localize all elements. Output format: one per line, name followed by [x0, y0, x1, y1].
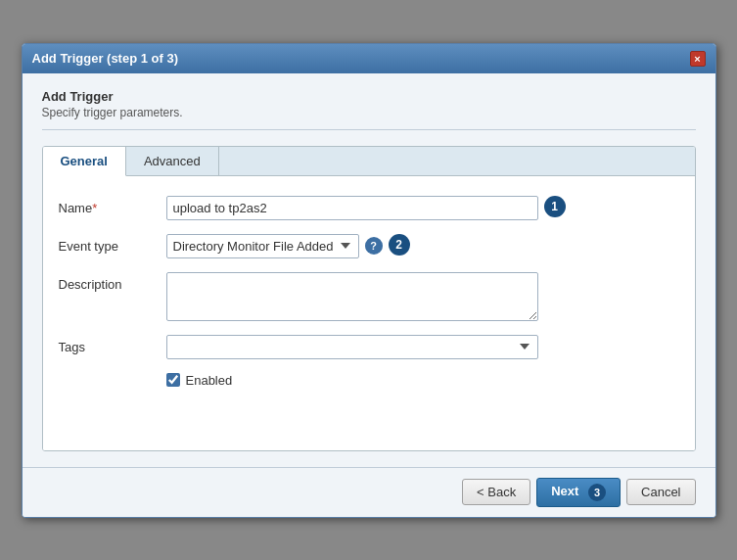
- event-type-select[interactable]: Directory Monitor File AddedFTP File Add…: [166, 234, 359, 258]
- dialog-footer: < Back Next 3 Cancel: [23, 467, 715, 517]
- description-input[interactable]: [166, 272, 538, 321]
- tags-row: Tags: [59, 335, 679, 359]
- event-type-label: Event type: [59, 234, 166, 254]
- back-button[interactable]: < Back: [462, 479, 530, 505]
- section-header: Add Trigger Specify trigger parameters.: [42, 89, 696, 130]
- name-input[interactable]: [166, 196, 538, 220]
- tab-advanced[interactable]: Advanced: [126, 147, 219, 175]
- enabled-checkbox[interactable]: [166, 373, 180, 387]
- description-row: Description: [59, 272, 679, 321]
- tags-label: Tags: [59, 335, 166, 354]
- enabled-label: Enabled: [186, 373, 233, 388]
- name-label: Name*: [59, 196, 166, 215]
- cancel-button[interactable]: Cancel: [626, 479, 695, 505]
- tab-container: General Advanced Name* 1 Event type: [42, 146, 696, 451]
- tab-general-content: Name* 1 Event type Directory Monitor Fil…: [43, 176, 695, 450]
- event-type-row: Event type Directory Monitor File AddedF…: [59, 234, 679, 258]
- dialog-title-bar: Add Trigger (step 1 of 3) ×: [23, 44, 715, 73]
- next-button[interactable]: Next 3: [536, 478, 621, 507]
- tags-select[interactable]: [166, 335, 538, 359]
- name-step-badge: 1: [544, 196, 566, 217]
- required-star: *: [92, 201, 97, 215]
- section-title: Add Trigger: [42, 89, 696, 104]
- tab-bar: General Advanced: [43, 147, 695, 176]
- enabled-row: Enabled: [59, 373, 679, 388]
- dialog-body: Add Trigger Specify trigger parameters. …: [23, 73, 715, 467]
- dialog-title: Add Trigger (step 1 of 3): [32, 51, 179, 66]
- section-subtitle: Specify trigger parameters.: [42, 106, 696, 119]
- close-button[interactable]: ×: [690, 51, 706, 67]
- name-row: Name* 1: [59, 196, 679, 220]
- event-type-select-wrapper: Directory Monitor File AddedFTP File Add…: [166, 234, 383, 258]
- event-type-step-badge: 2: [389, 234, 410, 256]
- next-step-badge: 3: [588, 484, 606, 501]
- description-label: Description: [59, 272, 166, 292]
- help-icon[interactable]: ?: [365, 237, 383, 255]
- add-trigger-dialog: Add Trigger (step 1 of 3) × Add Trigger …: [22, 43, 716, 518]
- tab-general[interactable]: General: [43, 147, 126, 176]
